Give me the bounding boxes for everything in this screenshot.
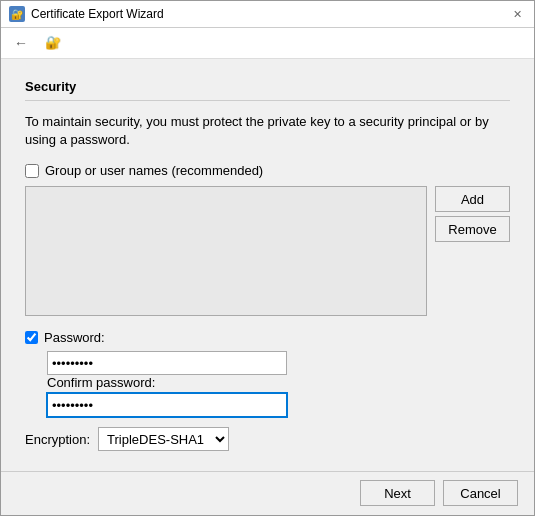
add-button[interactable]: Add xyxy=(435,186,510,212)
window-title: Certificate Export Wizard xyxy=(31,7,502,21)
confirm-password-input[interactable] xyxy=(47,393,287,417)
users-list xyxy=(25,186,427,316)
cancel-button[interactable]: Cancel xyxy=(443,480,518,506)
content-area: Security To maintain security, you must … xyxy=(1,59,534,471)
password-checkbox-label[interactable]: Password: xyxy=(44,330,105,345)
window-icon-glyph: 🔐 xyxy=(11,9,23,20)
footer: Next Cancel xyxy=(1,471,534,515)
section-description: To maintain security, you must protect t… xyxy=(25,113,510,149)
window-icon: 🔐 xyxy=(9,6,25,22)
password-checkbox[interactable] xyxy=(25,331,38,344)
users-buttons: Add Remove xyxy=(435,186,510,316)
next-button[interactable]: Next xyxy=(360,480,435,506)
encryption-select[interactable]: TripleDES-SHA1 AES256-SHA256 xyxy=(98,427,229,451)
encryption-label: Encryption: xyxy=(25,432,90,447)
password-input[interactable] xyxy=(47,351,287,375)
encryption-row: Encryption: TripleDES-SHA1 AES256-SHA256 xyxy=(25,427,510,451)
password-checkbox-row: Password: xyxy=(25,330,510,345)
title-bar: 🔐 Certificate Export Wizard ✕ xyxy=(1,1,534,28)
title-bar-controls: ✕ xyxy=(508,5,526,23)
section-header: Security xyxy=(25,79,510,94)
wizard-icon: 🔐 xyxy=(41,31,65,55)
group-user-checkbox-row: Group or user names (recommended) xyxy=(25,163,510,178)
close-button[interactable]: ✕ xyxy=(508,5,526,23)
back-button[interactable]: ← xyxy=(9,31,33,55)
confirm-password-label: Confirm password: xyxy=(47,375,510,390)
wizard-window: 🔐 Certificate Export Wizard ✕ ← 🔐 Securi… xyxy=(0,0,535,516)
group-user-checkbox[interactable] xyxy=(25,164,39,178)
group-user-label[interactable]: Group or user names (recommended) xyxy=(45,163,263,178)
users-panel: Add Remove xyxy=(25,186,510,316)
remove-button[interactable]: Remove xyxy=(435,216,510,242)
wizard-glyph: 🔐 xyxy=(45,35,61,50)
separator xyxy=(25,100,510,101)
nav-bar: ← 🔐 xyxy=(1,28,534,59)
